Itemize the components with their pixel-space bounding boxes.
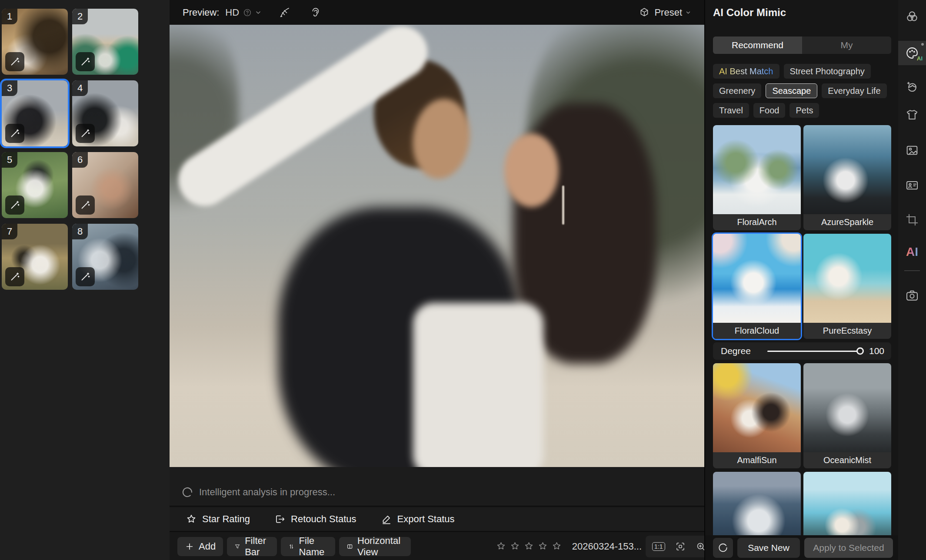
photo-earring <box>562 186 564 225</box>
photo-thumbnail-4[interactable]: 4 <box>72 80 138 146</box>
magic-wand-icon <box>10 128 20 139</box>
preset-card-floralcloud-selected[interactable]: FloralCloud <box>713 234 801 339</box>
tool-camera[interactable] <box>898 283 926 308</box>
ear-listen-icon[interactable] <box>309 6 322 19</box>
apply-to-selected-button[interactable]: Apply to Selected <box>804 538 893 558</box>
preset-thumb-azuresparkle <box>803 125 891 214</box>
chip-greenery[interactable]: Greenery <box>713 83 761 98</box>
chip-street-photography[interactable]: Street Photography <box>784 64 871 79</box>
photo-thumbnail-8[interactable]: 8 <box>72 224 138 290</box>
magic-wand-button[interactable] <box>5 196 24 215</box>
color-blend-icon <box>905 10 919 23</box>
preset-thumb-pureecstasy <box>803 234 891 323</box>
preset-card-oceanicmist[interactable]: OceanicMist <box>803 363 891 468</box>
photo-thumbnail-3-selected[interactable]: 3 <box>2 80 68 146</box>
preset-chevron-down-icon[interactable] <box>685 10 691 16</box>
preset-label: AzureSparkle <box>803 214 891 230</box>
reset-refresh-button[interactable] <box>713 538 733 558</box>
help-icon[interactable] <box>243 8 252 17</box>
tool-crop[interactable] <box>898 208 926 232</box>
preset-thumb-floralarch <box>713 125 801 214</box>
star-icon-5[interactable] <box>551 541 562 552</box>
degree-slider-knob[interactable] <box>856 348 864 355</box>
chip-everyday-life[interactable]: Everyday Life <box>822 83 886 98</box>
tool-color-blend[interactable] <box>898 4 926 29</box>
preset-card-floralarch[interactable]: FloralArch <box>713 125 801 230</box>
magic-wand-button[interactable] <box>76 196 95 215</box>
magic-wand-button[interactable] <box>5 267 24 286</box>
magic-wand-button[interactable] <box>5 52 24 71</box>
brush-preview-icon[interactable] <box>278 6 291 19</box>
tool-portrait-beauty[interactable] <box>898 75 926 99</box>
star-icon <box>186 514 197 525</box>
current-filename: 20260324-153... <box>572 541 642 552</box>
photo-thumbnail-5[interactable]: 5 <box>2 152 68 218</box>
thumbnail-number-badge: 2 <box>72 9 88 24</box>
export-status-toggle[interactable]: Export Status <box>381 514 455 525</box>
thumbnail-number-badge: 8 <box>72 224 88 239</box>
preset-menu-label[interactable]: Preset <box>654 7 682 18</box>
star-icon-4[interactable] <box>537 541 548 552</box>
filter-bar-button[interactable]: Filter Bar <box>227 537 277 556</box>
view-toolbar: Star Rating Retouch Status Export Status <box>170 507 704 532</box>
fit-screen-button[interactable] <box>675 541 686 552</box>
magic-wand-icon <box>10 272 20 282</box>
preset-label: FloralCloud <box>713 323 801 339</box>
magic-wand-button[interactable] <box>76 124 95 143</box>
save-new-button[interactable]: Save New <box>737 538 800 558</box>
preset-card-amalfisun[interactable]: AmalfiSun <box>713 363 801 468</box>
chip-travel[interactable]: Travel <box>713 103 749 118</box>
magic-wand-icon <box>80 128 90 139</box>
tab-my[interactable]: My <box>802 36 891 54</box>
plus-icon <box>185 542 194 551</box>
star-rating-widget[interactable] <box>496 541 562 552</box>
star-icon-1[interactable] <box>496 541 506 552</box>
star-icon-3[interactable] <box>523 541 534 552</box>
photo-thumbnail-6[interactable]: 6 <box>72 152 138 218</box>
refresh-icon <box>717 542 729 553</box>
panel-bottom-bar: Save New Apply to Selected <box>705 535 898 560</box>
add-button-label: Add <box>199 541 216 552</box>
horizontal-view-button[interactable]: Horizontal View <box>339 537 411 556</box>
thumbnail-number-badge: 4 <box>72 80 88 96</box>
preset-thumb-floralcloud <box>713 234 801 323</box>
tab-recommend[interactable]: Recommend <box>713 36 802 54</box>
zoom-ratio-button[interactable]: 1:1 <box>652 542 665 551</box>
chip-seascape-selected[interactable]: Seascape <box>766 83 817 98</box>
ai-color-mimic-panel: AI Color Mimic Recommend My AI Best Matc… <box>704 0 898 560</box>
star-rating-toggle[interactable]: Star Rating <box>186 514 250 525</box>
magic-wand-button[interactable] <box>76 52 95 71</box>
photo-thumbnail-1[interactable]: 1 <box>2 9 68 75</box>
chip-ai-best-match[interactable]: AI Best Match <box>713 64 779 79</box>
retouch-status-toggle[interactable]: Retouch Status <box>274 514 356 525</box>
tool-ai-tools[interactable]: AI <box>898 240 926 264</box>
file-name-sort-button[interactable]: File Name <box>281 537 335 556</box>
tool-background[interactable] <box>898 138 926 162</box>
preset-cube-icon <box>639 7 650 18</box>
magic-wand-icon <box>10 56 20 67</box>
preset-card-pureecstasy[interactable]: PureEcstasy <box>803 234 891 339</box>
degree-value: 100 <box>869 346 884 356</box>
tool-ai-color-mimic-active[interactable]: AI <box>898 41 926 65</box>
quality-chevron-down-icon[interactable] <box>255 9 262 16</box>
preset-card-azuresparkle[interactable]: AzureSparkle <box>803 125 891 230</box>
chip-food[interactable]: Food <box>753 103 786 118</box>
retouch-status-label: Retouch Status <box>291 514 356 525</box>
preview-area: Preview: HD Preset <box>170 0 704 560</box>
preview-quality-value[interactable]: HD <box>225 7 239 18</box>
magic-wand-button[interactable] <box>76 267 95 286</box>
main-photo[interactable] <box>170 25 704 467</box>
add-button[interactable]: Add <box>177 537 223 556</box>
photo-lace-bodice <box>413 303 543 467</box>
tool-id-card[interactable] <box>898 173 926 197</box>
export-status-label: Export Status <box>397 514 455 525</box>
tool-clothing[interactable] <box>898 103 926 127</box>
preset-label: AmalfiSun <box>713 452 801 468</box>
photo-thumbnail-7[interactable]: 7 <box>2 224 68 290</box>
retouch-status-icon <box>274 514 286 525</box>
degree-slider[interactable] <box>767 351 862 352</box>
photo-thumbnail-2[interactable]: 2 <box>72 9 138 75</box>
chip-pets[interactable]: Pets <box>789 103 819 118</box>
magic-wand-button[interactable] <box>5 124 24 143</box>
star-icon-2[interactable] <box>510 541 520 552</box>
